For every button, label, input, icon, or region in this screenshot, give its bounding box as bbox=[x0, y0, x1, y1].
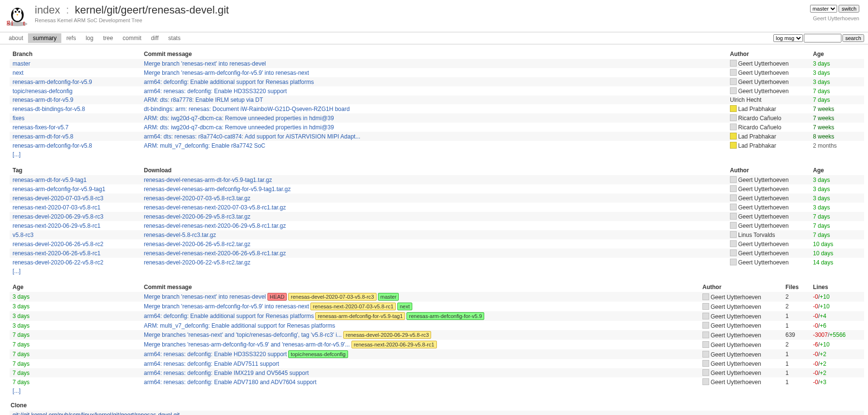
ref-decoration[interactable]: next bbox=[397, 303, 412, 310]
branch-link[interactable]: renesas-arm-dt-for-v5.9 bbox=[13, 97, 73, 103]
commit-message-link[interactable]: Merge branches 'renesas-arm-defconfig-fo… bbox=[144, 341, 350, 348]
age-text: 7 days bbox=[13, 360, 29, 367]
ref-decoration[interactable]: renesas-next-2020-06-29-v5.8-rc1 bbox=[351, 341, 437, 348]
tab-stats[interactable]: stats bbox=[164, 33, 185, 43]
search-button[interactable] bbox=[842, 34, 864, 42]
avatar-icon bbox=[702, 322, 709, 329]
download-link[interactable]: renesas-devel-renesas-next-2020-06-29-v5… bbox=[144, 222, 286, 229]
commit-message-link[interactable]: arm64: renesas: defconfig: Enable ADV718… bbox=[144, 379, 317, 386]
log-more-link[interactable]: [...] bbox=[13, 387, 21, 394]
download-link[interactable]: renesas-devel-2020-06-22-v5.8-rc2.tar.gz bbox=[144, 259, 251, 266]
tab-about[interactable]: about bbox=[4, 33, 28, 43]
commit-message-link[interactable]: arm64: renesas: defconfig: Enable ADV751… bbox=[144, 360, 279, 367]
age-text: 7 days bbox=[813, 88, 830, 95]
tag-link[interactable]: renesas-arm-defconfig-for-v5.9-tag1 bbox=[13, 186, 105, 193]
index-link[interactable]: index bbox=[35, 4, 60, 16]
commit-message-link[interactable]: Merge branch 'renesas-next' into renesas… bbox=[144, 293, 266, 300]
download-link[interactable]: renesas-devel-renesas-next-2020-07-03-v5… bbox=[144, 204, 286, 211]
table-row: renesas-arm-dt-for-v5.9ARM: dts: r8a7778… bbox=[10, 96, 864, 104]
avatar-icon bbox=[730, 87, 737, 94]
branch-link[interactable]: renesas-arm-defconfig-for-v5.9 bbox=[13, 79, 92, 85]
ref-decoration[interactable]: renesas-arm-defconfig-for-v5.9-tag1 bbox=[315, 312, 405, 320]
commit-message-link[interactable]: arm64: dts: renesas: r8a774c0-cat874: Ad… bbox=[144, 133, 360, 140]
commit-message-link[interactable]: Merge branches 'renesas-next' and 'topic… bbox=[144, 332, 342, 338]
age-text: 3 days bbox=[13, 293, 29, 300]
branch-more-link[interactable]: [...] bbox=[13, 151, 21, 158]
search-type-select[interactable]: log msg bbox=[773, 34, 803, 42]
commit-message-link[interactable]: ARM: multi_v7_defconfig: Enable r8a7742 … bbox=[144, 142, 265, 149]
repo-link[interactable]: kernel/git/geert/renesas-devel.git bbox=[75, 4, 229, 16]
git-logo-icon[interactable]: g i t bbox=[4, 2, 31, 28]
lines-changed: -0/+2 bbox=[810, 349, 864, 359]
commit-message-link[interactable]: Merge branch 'renesas-arm-defconfig-for-… bbox=[144, 69, 309, 76]
tag-link[interactable]: v5.8-rc3 bbox=[13, 232, 33, 238]
branch-link[interactable]: master bbox=[13, 60, 30, 67]
branch-link[interactable]: renesas-arm-defconfig-for-v5.8 bbox=[13, 142, 92, 149]
commit-message-link[interactable]: Merge branch 'renesas-next' into renesas… bbox=[144, 60, 266, 67]
tag-link[interactable]: renesas-devel-2020-07-03-v5.8-rc3 bbox=[13, 195, 103, 202]
branch-select[interactable]: master bbox=[810, 5, 837, 13]
branch-link[interactable]: renesas-arm-dt-for-v5.8 bbox=[13, 133, 73, 140]
ref-decoration[interactable]: HEAD bbox=[267, 293, 287, 301]
avatar-icon bbox=[730, 222, 737, 229]
commit-message-link[interactable]: arm64: renesas: defconfig: Enable IMX219… bbox=[144, 370, 309, 376]
download-link[interactable]: renesas-devel-renesas-next-2020-06-26-v5… bbox=[144, 250, 286, 257]
commit-message-link[interactable]: ARM: dts: r8a7778: Enable IRLM setup via… bbox=[144, 97, 263, 103]
tag-link[interactable]: renesas-next-2020-06-26-v5.8-rc1 bbox=[13, 250, 100, 257]
ref-decoration[interactable]: topic/renesas-defconfig bbox=[288, 350, 348, 358]
tag-link[interactable]: renesas-devel-2020-06-29-v5.8-rc3 bbox=[13, 213, 103, 220]
tab-commit[interactable]: commit bbox=[118, 33, 146, 43]
branch-header-author: Author bbox=[727, 49, 810, 59]
branch-link[interactable]: topic/renesas-defconfig bbox=[13, 88, 72, 95]
commit-message-link[interactable]: arm64: renesas: defconfig: Enable HD3SS3… bbox=[144, 351, 287, 358]
commit-message-link[interactable]: Merge branch 'renesas-arm-defconfig-for-… bbox=[144, 303, 309, 310]
tag-link[interactable]: renesas-devel-2020-06-22-v5.8-rc2 bbox=[13, 259, 103, 266]
tab-summary[interactable]: summary bbox=[28, 33, 61, 43]
avatar-icon bbox=[730, 194, 737, 201]
branch-link[interactable]: next bbox=[13, 69, 24, 76]
age-text: 7 days bbox=[813, 213, 830, 220]
ref-decoration[interactable]: renesas-next-2020-07-03-v5.8-rc1 bbox=[310, 303, 396, 310]
svg-text:g: g bbox=[7, 18, 11, 26]
search-input[interactable] bbox=[804, 34, 841, 42]
commit-message-link[interactable]: arm64: defconfig: Enable additional supp… bbox=[144, 79, 314, 85]
lines-changed: -0/+4 bbox=[810, 311, 864, 321]
tag-more-link[interactable]: [...] bbox=[13, 268, 21, 275]
commit-message-link[interactable]: ARM: dts: iwg20d-q7-dbcm-ca: Remove unne… bbox=[144, 124, 334, 131]
tag-link[interactable]: renesas-next-2020-06-29-v5.8-rc1 bbox=[13, 222, 100, 229]
tab-log[interactable]: log bbox=[81, 33, 98, 43]
tag-link[interactable]: renesas-devel-2020-06-26-v5.8-rc2 bbox=[13, 241, 103, 248]
ref-decoration[interactable]: renesas-devel-2020-07-03-v5.8-rc3 bbox=[288, 293, 376, 301]
author-cell: Geert Uytterhoeven bbox=[700, 330, 783, 340]
tab-diff[interactable]: diff bbox=[146, 33, 164, 43]
tab-tree[interactable]: tree bbox=[98, 33, 118, 43]
download-link[interactable]: renesas-devel-2020-06-29-v5.8-rc3.tar.gz bbox=[144, 213, 251, 220]
log-header-lines: Lines bbox=[810, 282, 864, 292]
branch-link[interactable]: fixes bbox=[13, 115, 25, 122]
download-link[interactable]: renesas-devel-renesas-arm-dt-for-v5.9-ta… bbox=[144, 177, 272, 183]
commit-message-link[interactable]: ARM: multi_v7_defconfig: Enable addition… bbox=[144, 322, 335, 329]
author-cell: Geert Uytterhoeven bbox=[700, 377, 783, 387]
commit-message-link[interactable]: arm64: renesas: defconfig: Enable HD3SS3… bbox=[144, 88, 287, 95]
commit-message-link[interactable]: arm64: defconfig: Enable additional supp… bbox=[144, 313, 314, 319]
ref-decoration[interactable]: renesas-arm-defconfig-for-v5.9 bbox=[406, 312, 484, 320]
clone-url-link[interactable]: git://git.kernel.org/pub/scm/linux/kerne… bbox=[13, 412, 180, 415]
tab-refs[interactable]: refs bbox=[61, 33, 81, 43]
ref-decoration[interactable]: renesas-devel-2020-06-29-v5.8-rc3 bbox=[343, 331, 431, 339]
branch-link[interactable]: renesas-dt-bindings-for-v5.8 bbox=[13, 106, 85, 112]
download-link[interactable]: renesas-devel-5.8-rc3.tar.gz bbox=[144, 232, 216, 238]
branch-link[interactable]: renesas-fixes-for-v5.7 bbox=[13, 124, 69, 131]
ref-decoration[interactable]: master bbox=[378, 293, 399, 301]
commit-message-link[interactable]: ARM: dts: iwg20d-q7-dbcm-ca: Remove unne… bbox=[144, 115, 334, 122]
download-link[interactable]: renesas-devel-renesas-arm-defconfig-for-… bbox=[144, 186, 291, 193]
tag-link[interactable]: renesas-arm-dt-for-v5.9-tag1 bbox=[13, 177, 86, 183]
switch-button[interactable] bbox=[839, 5, 859, 13]
age-text: 10 days bbox=[813, 241, 833, 248]
tag-link[interactable]: renesas-next-2020-07-03-v5.8-rc1 bbox=[13, 204, 100, 211]
tag-header-tag: Tag bbox=[10, 166, 141, 175]
download-link[interactable]: renesas-devel-2020-06-26-v5.8-rc2.tar.gz bbox=[144, 241, 251, 248]
commit-message-link[interactable]: dt-bindings: arm: renesas: Document iW-R… bbox=[144, 106, 350, 112]
search-form: log msg bbox=[773, 34, 864, 42]
lines-changed: -0/+2 bbox=[810, 359, 864, 368]
download-link[interactable]: renesas-devel-2020-07-03-v5.8-rc3.tar.gz bbox=[144, 195, 251, 202]
